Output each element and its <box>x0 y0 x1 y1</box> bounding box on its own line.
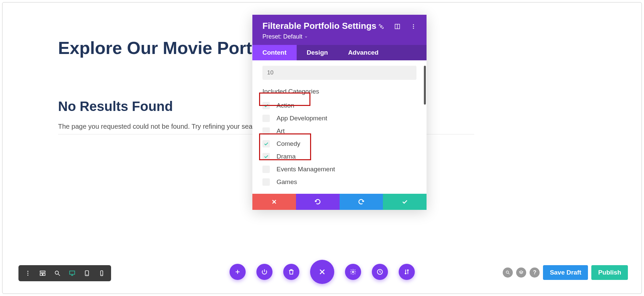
category-row[interactable]: Drama <box>262 150 416 163</box>
category-label: Events Management <box>277 166 335 173</box>
panel-undo-button[interactable] <box>296 194 340 210</box>
help-mini-button[interactable]: ? <box>530 268 540 278</box>
publish-button[interactable]: Publish <box>591 265 628 280</box>
category-checkbox[interactable] <box>262 115 270 122</box>
settings-button[interactable] <box>345 264 361 280</box>
builder-actions <box>230 260 415 284</box>
svg-point-2 <box>28 275 29 276</box>
svg-point-21 <box>506 271 509 273</box>
svg-rect-4 <box>40 274 43 276</box>
panel-preset-dropdown[interactable]: Preset: Default <box>262 33 376 40</box>
tablet-view-button[interactable] <box>80 267 94 280</box>
category-checkbox[interactable] <box>262 102 270 109</box>
category-row[interactable]: Games <box>262 176 416 188</box>
no-results-heading: No Results Found <box>58 99 173 114</box>
category-label: Art <box>277 127 285 135</box>
panel-confirm-button[interactable] <box>383 194 427 210</box>
wireframe-view-button[interactable] <box>36 267 49 280</box>
tab-content[interactable]: Content <box>252 45 297 60</box>
panel-redo-button[interactable] <box>340 194 383 210</box>
panel-footer <box>252 194 427 210</box>
snap-icon[interactable] <box>394 23 400 29</box>
panel-header-icons <box>378 21 416 29</box>
category-label: Drama <box>277 153 296 160</box>
toolbar-more-button[interactable] <box>21 267 35 280</box>
panel-title: Filterable Portfolio Settings <box>262 21 376 31</box>
svg-rect-8 <box>70 271 75 274</box>
search-mini-button[interactable] <box>503 268 513 278</box>
trash-button[interactable] <box>283 264 299 280</box>
svg-point-26 <box>413 24 414 25</box>
right-actions: ? Save Draft Publish <box>503 265 628 280</box>
expand-icon[interactable] <box>378 23 384 29</box>
settings-panel: Filterable Portfolio Settings Preset: De… <box>252 15 427 210</box>
category-row[interactable]: Action <box>262 99 416 112</box>
category-row[interactable]: Comedy <box>262 137 416 150</box>
add-button[interactable] <box>230 264 246 280</box>
tab-design[interactable]: Design <box>297 45 338 60</box>
svg-line-7 <box>58 274 60 276</box>
app-frame: Explore Our Movie Portfolio No Results F… <box>2 2 642 294</box>
category-checkbox[interactable] <box>262 127 270 135</box>
svg-rect-3 <box>40 271 45 272</box>
chevron-down-icon <box>304 35 308 39</box>
svg-rect-5 <box>43 274 45 276</box>
view-toolbar <box>18 265 111 281</box>
zoom-button[interactable] <box>51 267 64 280</box>
desktop-view-button[interactable] <box>65 267 79 280</box>
panel-preset-label: Preset: Default <box>262 33 302 40</box>
no-results-text: The page you requested could not be foun… <box>58 123 271 130</box>
svg-point-19 <box>352 271 354 273</box>
tab-advanced[interactable]: Advanced <box>338 45 389 60</box>
category-row[interactable]: Art <box>262 125 416 137</box>
svg-rect-23 <box>381 26 382 27</box>
category-row[interactable]: Events Management <box>262 163 416 176</box>
included-categories-label: Included Categories <box>262 88 416 95</box>
category-label: Action <box>277 102 294 109</box>
sort-button[interactable] <box>399 264 415 280</box>
category-checkbox[interactable] <box>262 178 270 186</box>
category-checkbox[interactable] <box>262 140 270 147</box>
svg-point-6 <box>55 271 58 274</box>
category-label: App Development <box>277 115 327 122</box>
category-label: Comedy <box>277 140 300 147</box>
posts-count-input[interactable] <box>262 66 416 80</box>
categories-list: ActionApp DevelopmentArtComedyDramaEvent… <box>262 99 416 188</box>
svg-point-1 <box>28 273 29 274</box>
category-label: Games <box>277 178 297 186</box>
history-button[interactable] <box>372 264 388 280</box>
svg-point-28 <box>413 28 414 29</box>
panel-scrollbar[interactable] <box>424 66 426 105</box>
panel-cancel-button[interactable] <box>252 194 296 210</box>
save-draft-button[interactable]: Save Draft <box>543 265 588 280</box>
category-checkbox[interactable] <box>262 153 270 160</box>
panel-more-icon[interactable] <box>410 23 416 29</box>
category-row[interactable]: App Development <box>262 112 416 125</box>
category-checkbox[interactable] <box>262 166 270 173</box>
layers-mini-button[interactable] <box>516 268 526 278</box>
panel-body: Included Categories ActionApp Developmen… <box>252 60 427 194</box>
panel-header[interactable]: Filterable Portfolio Settings Preset: De… <box>252 15 427 45</box>
svg-point-27 <box>413 26 414 27</box>
svg-point-0 <box>28 271 29 272</box>
power-button[interactable] <box>256 264 273 280</box>
svg-line-22 <box>508 273 510 275</box>
phone-view-button[interactable] <box>95 267 108 280</box>
panel-tabs: Content Design Advanced <box>252 45 427 60</box>
close-builder-button[interactable] <box>310 260 334 284</box>
